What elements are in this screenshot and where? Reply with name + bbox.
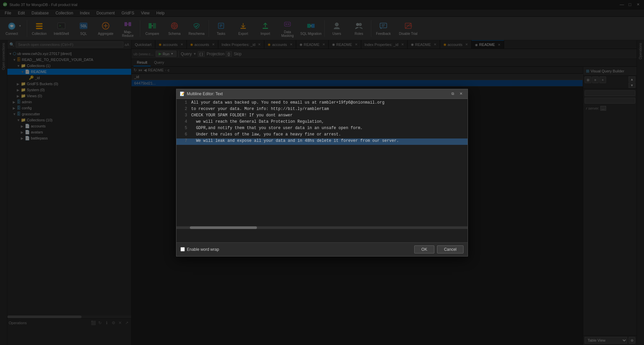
modal-footer: Enable word wrap OK Cancel: [176, 242, 468, 256]
code-line-6: 6 Under the rules of the law, you face a…: [176, 132, 468, 138]
modal-dialog: 📝 Multiline Editor: Text ⧉ ✕ 1All your d…: [176, 89, 468, 256]
line-num-1: 1: [179, 100, 187, 105]
modal-header-left: 📝 Multiline Editor: Text: [180, 92, 223, 96]
modal-scrollbar[interactable]: [176, 226, 468, 229]
line-num-5: 5: [179, 126, 187, 130]
word-wrap-text: Enable word wrap: [187, 247, 219, 252]
code-line-5: 5 GDPR,and notify them that you store us…: [176, 126, 468, 132]
modal-header-controls: ⧉ ✕: [449, 91, 464, 97]
line-num-7: 7: [179, 138, 187, 143]
line-content-4: we will reach the General Data Protectio…: [191, 119, 324, 124]
modal-icon: 📝: [180, 92, 185, 96]
line-num-2: 2: [179, 107, 187, 111]
modal-header: 📝 Multiline Editor: Text ⧉ ✕: [176, 89, 468, 99]
word-wrap-label[interactable]: Enable word wrap: [180, 247, 219, 252]
line-num-4: 4: [179, 119, 187, 124]
code-line-7: 7 We will leak and expose all your data …: [176, 138, 468, 145]
line-content-1: All your data was backed up. You need to…: [191, 100, 384, 105]
word-wrap-checkbox[interactable]: [180, 247, 185, 251]
modal-buttons: OK Cancel: [414, 245, 464, 253]
ok-button[interactable]: OK: [414, 245, 434, 253]
code-line-2: 2to recover your data. More info: http:/…: [176, 107, 468, 113]
modal-close-btn[interactable]: ✕: [458, 91, 464, 97]
code-line-1: 1All your data was backed up. You need t…: [176, 100, 468, 107]
modal-overlay: 📝 Multiline Editor: Text ⧉ ✕ 1All your d…: [0, 0, 644, 345]
line-num-6: 6: [179, 132, 187, 137]
line-content-2: to recover your data. More info: http://…: [191, 107, 329, 111]
modal-content: 1All your data was backed up. You need t…: [176, 99, 468, 242]
line-num-3: 3: [179, 113, 187, 118]
line-content-6: Under the rules of the law, you face a h…: [191, 132, 341, 137]
code-line-4: 4 we will reach the General Data Protect…: [176, 119, 468, 126]
line-content-5: GDPR,and notify them that you store user…: [191, 126, 363, 130]
modal-scrollbar-thumb[interactable]: [190, 226, 257, 229]
modal-title: Multiline Editor: Text: [187, 92, 223, 96]
code-line-3: 3CHECK YOUR SPAM FOLDER! If you dont ans…: [176, 113, 468, 119]
cancel-button[interactable]: Cancel: [437, 245, 464, 253]
line-content-7: We will leak and expose all your data an…: [191, 138, 399, 143]
code-editor: 1All your data was backed up. You need t…: [176, 99, 468, 226]
modal-restore-btn[interactable]: ⧉: [449, 91, 456, 97]
line-content-3: CHECK YOUR SPAM FOLDER! If you dont answ…: [191, 113, 292, 118]
